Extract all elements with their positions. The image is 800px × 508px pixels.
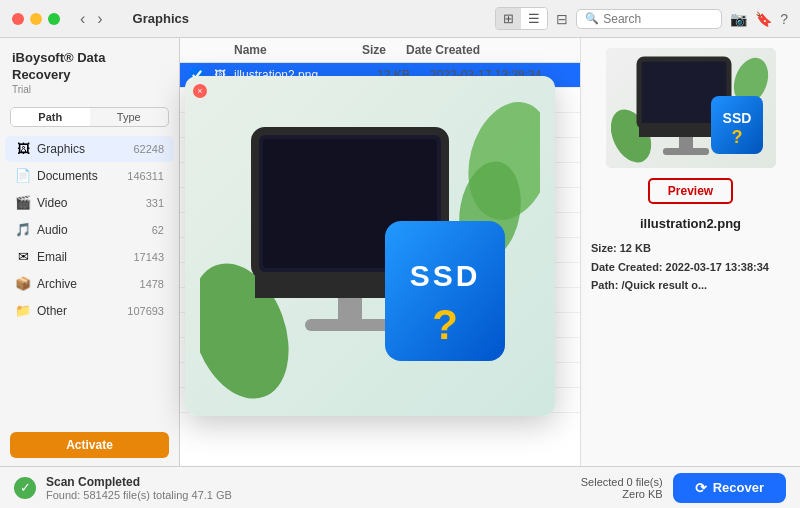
sidebar-count-audio: 62 [152,224,164,236]
tab-type[interactable]: Type [90,108,169,126]
sidebar-count-archive: 1478 [140,278,164,290]
size-value: 12 KB [620,242,651,254]
sidebar-item-documents[interactable]: 📄 Documents 146311 [5,163,174,189]
recover-label: Recover [713,480,764,495]
close-button[interactable] [12,13,24,25]
sidebar-tabs: Path Type [10,107,169,127]
traffic-lights [12,13,60,25]
documents-icon: 📄 [15,168,31,184]
scan-status-block: Scan Completed Found: 581425 file(s) tot… [46,475,232,501]
audio-icon: 🎵 [15,222,31,238]
preview-button[interactable]: Preview [648,178,733,204]
sidebar-item-audio[interactable]: 🎵 Audio 62 [5,217,174,243]
sidebar: iBoysoft® Data Recovery Trial Path Type … [0,38,180,466]
main-layout: iBoysoft® Data Recovery Trial Path Type … [0,38,800,466]
recover-button[interactable]: ⟳ Recover [673,473,786,503]
size-label: Size: [591,242,617,254]
sidebar-items: 🖼 Graphics 62248 📄 Documents 146311 🎬 Vi… [0,135,179,424]
email-icon: ✉ [15,249,31,265]
sidebar-label-email: Email [37,250,133,264]
sidebar-item-video[interactable]: 🎬 Video 331 [5,190,174,216]
app-title: iBoysoft® Data Recovery [12,50,167,84]
sidebar-count-email: 17143 [133,251,164,263]
sidebar-item-graphics[interactable]: 🖼 Graphics 62248 [5,136,174,162]
filter-button[interactable]: ⊟ [556,11,568,27]
selected-count: Selected 0 file(s) [581,476,663,488]
view-toggle: ⊞ ☰ [495,7,548,30]
svg-rect-4 [679,137,693,149]
col-name-header: Name [234,43,296,57]
preview-filename: illustration2.png [640,216,741,231]
sidebar-count-video: 331 [146,197,164,209]
graphics-icon: 🖼 [15,141,31,157]
scan-complete-icon: ✓ [14,477,36,499]
scan-detail-text: Found: 581425 file(s) totaling 47.1 GB [46,489,232,501]
app-subtitle: Trial [12,84,167,95]
sidebar-item-email[interactable]: ✉ Email 17143 [5,244,174,270]
col-date-header: Date Created [386,43,546,57]
sidebar-count-documents: 146311 [127,170,164,182]
path-label: Path: [591,279,619,291]
svg-text:SSD: SSD [410,259,481,292]
grid-view-button[interactable]: ⊞ [496,8,521,29]
file-table-header: Name Size Date Created [180,38,580,63]
bookmark-button[interactable]: 🔖 [755,11,772,27]
svg-text:?: ? [731,127,742,147]
preview-panel: SSD ? Preview illustration2.png Size: 12… [580,38,800,466]
other-icon: 📁 [15,303,31,319]
sidebar-label-documents: Documents [37,169,127,183]
large-preview-close-button[interactable]: × [193,84,207,98]
sidebar-label-audio: Audio [37,223,152,237]
sidebar-label-archive: Archive [37,277,140,291]
minimize-button[interactable] [30,13,42,25]
tab-path[interactable]: Path [11,108,90,126]
search-icon: 🔍 [585,12,599,25]
sidebar-header: iBoysoft® Data Recovery Trial [0,38,179,99]
preview-meta: Size: 12 KB Date Created: 2022-03-17 13:… [591,239,790,295]
svg-rect-15 [338,298,362,320]
location-title: Graphics [55,11,267,26]
date-value: 2022-03-17 13:38:34 [666,261,769,273]
selected-size: Zero KB [581,488,663,500]
sidebar-label-graphics: Graphics [37,142,133,156]
selected-info: Selected 0 file(s) Zero KB [581,476,663,500]
sidebar-item-other[interactable]: 📁 Other 107693 [5,298,174,324]
svg-text:SSD: SSD [722,110,751,126]
sidebar-label-video: Video [37,196,146,210]
svg-rect-16 [305,319,395,331]
svg-text:?: ? [432,301,458,348]
svg-rect-5 [663,148,709,155]
sidebar-count-other: 107693 [127,305,164,317]
search-input[interactable] [603,12,713,26]
preview-thumbnail: SSD ? [606,48,776,168]
sidebar-label-other: Other [37,304,127,318]
sidebar-item-archive[interactable]: 📦 Archive 1478 [5,271,174,297]
list-view-button[interactable]: ☰ [521,8,547,29]
archive-icon: 📦 [15,276,31,292]
col-size-header: Size [296,43,386,57]
title-bar: ‹ › Graphics ⊞ ☰ ⊟ 🔍 📷 🔖 ? [0,0,800,38]
search-box: 🔍 [576,9,722,29]
large-preview-popup: × [185,76,555,416]
help-button[interactable]: ? [780,11,788,27]
scan-status-text: Scan Completed [46,475,232,489]
sidebar-count-graphics: 62248 [133,143,164,155]
camera-button[interactable]: 📷 [730,11,747,27]
activate-button[interactable]: Activate [10,432,169,458]
bottom-bar: ✓ Scan Completed Found: 581425 file(s) t… [0,466,800,508]
path-value: /Quick result o... [622,279,708,291]
video-icon: 🎬 [15,195,31,211]
recover-icon: ⟳ [695,480,707,496]
date-label: Date Created: [591,261,663,273]
